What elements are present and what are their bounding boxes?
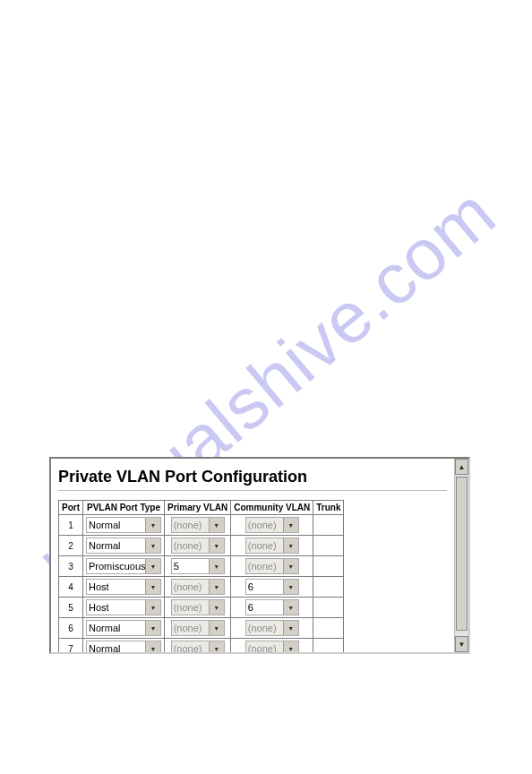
community-vlan-cell: (none)▼ <box>231 536 313 556</box>
chevron-down-icon: ▼ <box>209 600 224 615</box>
primary-vlan-select: (none)▼ <box>171 620 225 636</box>
port-type-select[interactable]: Host▼ <box>86 599 161 615</box>
community-vlan-select: (none)▼ <box>245 538 299 554</box>
trunk-cell <box>313 536 344 556</box>
scroll-down-button[interactable]: ▼ <box>455 636 468 652</box>
config-panel: Private VLAN Port Configuration Port PVL… <box>49 457 470 654</box>
port-type-select[interactable]: Host▼ <box>86 579 161 595</box>
community-vlan-select: (none)▼ <box>245 558 299 574</box>
chevron-down-icon: ▼ <box>209 621 224 635</box>
primary-vlan-cell: (none)▼ <box>165 577 231 598</box>
porttype-cell: Normal▼ <box>83 515 165 536</box>
chevron-down-icon: ▼ <box>145 600 160 615</box>
primary-vlan-select: (none)▼ <box>171 517 225 533</box>
primary-vlan-cell: (none)▼ <box>165 515 231 536</box>
scroll-thumb[interactable] <box>456 477 468 631</box>
port-cell: 4 <box>59 577 83 598</box>
table-body: 1Normal▼(none)▼(none)▼2Normal▼(none)▼(no… <box>59 515 344 653</box>
chevron-down-icon: ▼ <box>145 621 160 635</box>
scroll-track[interactable] <box>455 475 468 636</box>
chevron-down-icon: ▼ <box>209 538 224 553</box>
community-vlan-cell: 6▼ <box>231 598 313 618</box>
table-row: 1Normal▼(none)▼(none)▼ <box>59 515 344 536</box>
community-vlan-cell: (none)▼ <box>231 639 313 653</box>
primary-vlan-cell: (none)▼ <box>165 598 231 618</box>
community-vlan-select: (none)▼ <box>245 641 299 652</box>
primary-vlan-select: (none)▼ <box>171 538 225 554</box>
port-type-select[interactable]: Normal▼ <box>86 641 161 652</box>
port-cell: 1 <box>59 515 83 536</box>
community-vlan-cell: 6▼ <box>231 577 313 598</box>
table-row: 6Normal▼(none)▼(none)▼ <box>59 618 344 639</box>
table-row: 7Normal▼(none)▼(none)▼ <box>59 639 344 653</box>
page: manualshive.com Private VLAN Port Config… <box>0 0 532 774</box>
chevron-down-icon: ▼ <box>283 559 298 573</box>
port-type-select[interactable]: Normal▼ <box>86 517 161 533</box>
trunk-cell <box>313 556 344 577</box>
porttype-cell: Host▼ <box>83 598 165 618</box>
chevron-down-icon: ▼ <box>209 580 224 594</box>
primary-vlan-cell: (none)▼ <box>165 536 231 556</box>
port-type-select[interactable]: Normal▼ <box>86 538 161 554</box>
col-trunk: Trunk <box>313 501 344 515</box>
chevron-down-icon: ▼ <box>145 518 160 532</box>
scrollbar[interactable]: ▲ ▼ <box>454 459 468 652</box>
chevron-down-icon: ▼ <box>145 538 160 553</box>
table-row: 4Host▼(none)▼6▼ <box>59 577 344 598</box>
chevron-down-icon: ▼ <box>209 641 224 652</box>
community-vlan-cell: (none)▼ <box>231 556 313 577</box>
community-vlan-select[interactable]: 6▼ <box>245 599 299 615</box>
trunk-cell <box>313 598 344 618</box>
table-row: 5Host▼(none)▼6▼ <box>59 598 344 618</box>
porttype-cell: Promiscuous▼ <box>83 556 165 577</box>
chevron-down-icon: ▼ <box>283 580 298 594</box>
port-type-select[interactable]: Promiscuous▼ <box>86 558 161 574</box>
trunk-cell <box>313 577 344 598</box>
port-cell: 5 <box>59 598 83 618</box>
col-primary: Primary VLAN <box>165 501 231 515</box>
page-title: Private VLAN Port Configuration <box>58 468 447 486</box>
primary-vlan-cell: (none)▼ <box>165 639 231 653</box>
trunk-cell <box>313 618 344 639</box>
chevron-down-icon: ▼ <box>145 559 160 573</box>
port-cell: 6 <box>59 618 83 639</box>
vlan-table: Port PVLAN Port Type Primary VLAN Commun… <box>58 500 344 652</box>
col-port: Port <box>59 501 83 515</box>
primary-vlan-select: (none)▼ <box>171 579 225 595</box>
community-vlan-cell: (none)▼ <box>231 515 313 536</box>
port-cell: 2 <box>59 536 83 556</box>
chevron-down-icon: ▼ <box>145 580 160 594</box>
scroll-up-button[interactable]: ▲ <box>455 459 468 475</box>
chevron-down-icon: ▼ <box>209 518 224 532</box>
primary-vlan-cell: 5▼ <box>165 556 231 577</box>
chevron-down-icon: ▼ <box>145 641 160 652</box>
porttype-cell: Host▼ <box>83 577 165 598</box>
community-vlan-select[interactable]: 6▼ <box>245 579 299 595</box>
col-porttype: PVLAN Port Type <box>83 501 165 515</box>
chevron-down-icon: ▼ <box>283 621 298 635</box>
trunk-cell <box>313 515 344 536</box>
port-cell: 7 <box>59 639 83 653</box>
trunk-cell <box>313 639 344 653</box>
table-row: 2Normal▼(none)▼(none)▼ <box>59 536 344 556</box>
porttype-cell: Normal▼ <box>83 536 165 556</box>
port-type-select[interactable]: Normal▼ <box>86 620 161 636</box>
primary-vlan-select: (none)▼ <box>171 641 225 652</box>
community-vlan-cell: (none)▼ <box>231 618 313 639</box>
divider <box>58 490 447 491</box>
chevron-down-icon: ▼ <box>283 538 298 553</box>
chevron-down-icon: ▼ <box>283 518 298 532</box>
chevron-down-icon: ▼ <box>209 559 224 573</box>
table-row: 3Promiscuous▼5▼(none)▼ <box>59 556 344 577</box>
chevron-down-icon: ▼ <box>283 600 298 615</box>
chevron-down-icon: ▼ <box>283 641 298 652</box>
primary-vlan-cell: (none)▼ <box>165 618 231 639</box>
porttype-cell: Normal▼ <box>83 639 165 653</box>
primary-vlan-select[interactable]: 5▼ <box>171 558 225 574</box>
port-cell: 3 <box>59 556 83 577</box>
porttype-cell: Normal▼ <box>83 618 165 639</box>
community-vlan-select: (none)▼ <box>245 620 299 636</box>
col-community: Community VLAN <box>231 501 313 515</box>
community-vlan-select: (none)▼ <box>245 517 299 533</box>
panel-content: Private VLAN Port Configuration Port PVL… <box>51 459 454 652</box>
